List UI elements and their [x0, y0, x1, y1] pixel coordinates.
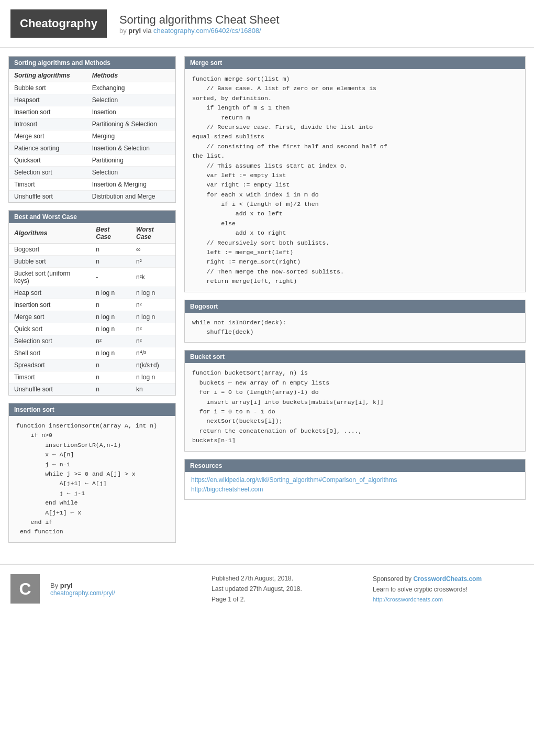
table-row: Bubble sort: [9, 256, 91, 268]
table-row: Partitioning: [87, 155, 175, 167]
table-row: n log n: [91, 311, 131, 323]
table-row: Quicksort: [9, 155, 87, 167]
bucket-sort-code: function bucketSort(array, n) is buckets…: [185, 363, 525, 451]
logo: Cheatography: [10, 9, 107, 38]
list-item[interactable]: https://en.wikipedia.org/wiki/Sorting_al…: [191, 476, 519, 484]
table-row: n²: [131, 256, 175, 268]
table-row: Shell sort: [9, 347, 91, 359]
merge-sort-title: Merge sort: [190, 59, 222, 67]
table-row: n(k/s+d): [131, 359, 175, 371]
bw-col2-header: Best Case: [91, 223, 131, 244]
footer: C By pryl cheatography.com/pryl/ Publish…: [0, 564, 534, 613]
footer-sponsor-line: Sponsored by CrosswordCheats.com: [373, 574, 524, 584]
footer-page: Page 1 of 2.: [212, 594, 362, 605]
table-row: n log n: [91, 323, 131, 335]
footer-sponsor-tagline: Learn to solve cryptic crosswords!: [373, 584, 524, 595]
col2-header: Methods: [87, 69, 175, 82]
table-row: Merge sort: [9, 130, 87, 143]
table-row: n: [91, 256, 131, 268]
table-row: Selection sort: [9, 167, 87, 179]
footer-sponsor: Sponsored by CrosswordCheats.com Learn t…: [373, 574, 524, 605]
sorting-algorithms-table: Sorting algorithms Methods Bubble sortEx…: [9, 69, 175, 202]
main-content: Sorting algorithms and Methods Sorting a…: [0, 48, 534, 558]
table-row: Bubble sort: [9, 82, 87, 94]
footer-author-url[interactable]: cheatography.com/pryl/: [50, 589, 201, 597]
merge-sort-section: Merge sort function merge_sort(list m) /…: [184, 56, 526, 292]
table-row: Insertion & Selection: [87, 143, 175, 155]
bogosort-section: Bogosort while not isInOrder(deck): shuf…: [184, 300, 526, 343]
table-row: Distribution and Merge: [87, 191, 175, 203]
footer-published: Published 27th August, 2018. Last update…: [212, 573, 362, 605]
resources-title: Resources: [190, 462, 222, 469]
list-item[interactable]: http://bigocheatsheet.com: [191, 486, 519, 493]
footer-logo: C: [10, 574, 40, 604]
table-row: Exchanging: [87, 82, 175, 94]
footer-by-label: By: [50, 582, 58, 589]
page-subtitle: by pryl via cheatography.com/66402/cs/16…: [119, 27, 280, 35]
table-row: n²k: [131, 268, 175, 287]
header-title: Sorting algorithms Cheat Sheet by pryl v…: [119, 13, 280, 35]
table-row: n: [91, 384, 131, 396]
table-row: n²: [131, 335, 175, 347]
table-row: Timsort: [9, 371, 91, 384]
table-row: n²: [131, 323, 175, 335]
footer-logo-letter: C: [19, 579, 31, 599]
bogosort-title: Bogosort: [190, 303, 218, 310]
table-row: -: [91, 268, 131, 287]
bw-col3-header: Worst Case: [131, 223, 175, 244]
table-row: n²: [91, 335, 131, 347]
col1-header: Sorting algorithms: [9, 69, 87, 82]
table-row: Unshuffle sort: [9, 191, 87, 203]
table-row: n log n: [91, 347, 131, 359]
header: Cheatography Sorting algorithms Cheat Sh…: [0, 0, 534, 48]
insertion-sort-code: function insertionSortR(array A, int n) …: [9, 416, 175, 542]
table-row: kn: [131, 384, 175, 396]
table-row: n log n: [131, 311, 175, 323]
bucket-sort-section: Bucket sort function bucketSort(array, n…: [184, 350, 526, 451]
table-row: Insertion & Merging: [87, 179, 175, 191]
table-row: Timsort: [9, 179, 87, 191]
table-row: n log n: [91, 287, 131, 299]
page-title: Sorting algorithms Cheat Sheet: [119, 13, 280, 27]
table-row: n²: [131, 299, 175, 311]
table-row: Insertion sort: [9, 299, 91, 311]
via-label: via: [143, 27, 152, 35]
insertion-sort-section: Insertion sort function insertionSortR(a…: [8, 403, 176, 543]
table-row: n: [91, 299, 131, 311]
bogosort-header: Bogosort: [185, 300, 525, 313]
table-row: n: [91, 371, 131, 384]
footer-by: By pryl cheatography.com/pryl/: [50, 582, 201, 597]
table-row: Merge sort: [9, 311, 91, 323]
best-worst-section: Best and Worst Case Algorithms Best Case…: [8, 210, 176, 396]
page-wrapper: Cheatography Sorting algorithms Cheat Sh…: [0, 0, 534, 756]
header-author: pryl: [128, 27, 141, 35]
table-row: Insertion sort: [9, 106, 87, 118]
table-row: Patience sorting: [9, 143, 87, 155]
table-row: ∞: [131, 244, 175, 256]
footer-sponsor-link[interactable]: CrosswordCheats.com: [413, 575, 482, 583]
sorting-algorithms-title: Sorting algorithms and Methods: [14, 59, 110, 67]
table-row: Heapsort: [9, 94, 87, 106]
footer-updated-date: Last updated 27th August, 2018.: [212, 584, 362, 594]
insertion-sort-title: Insertion sort: [14, 406, 54, 413]
resources-section: Resources https://en.wikipedia.org/wiki/…: [184, 459, 526, 500]
bucket-sort-title: Bucket sort: [190, 353, 225, 360]
table-row: Introsort: [9, 118, 87, 130]
merge-sort-header: Merge sort: [185, 57, 525, 69]
footer-author: pryl: [60, 582, 73, 589]
table-row: Selection: [87, 94, 175, 106]
table-row: Unshuffle sort: [9, 384, 91, 396]
merge-sort-code: function merge_sort(list m) // Base case…: [185, 69, 525, 292]
table-row: Partitioning & Selection: [87, 118, 175, 130]
table-row: Selection: [87, 167, 175, 179]
footer-author-line: By pryl: [50, 582, 201, 589]
table-row: n log n: [131, 371, 175, 384]
best-worst-title: Best and Worst Case: [14, 213, 77, 221]
table-row: n: [91, 244, 131, 256]
footer-published-date: Published 27th August, 2018.: [212, 573, 362, 584]
right-column: Merge sort function merge_sort(list m) /…: [184, 56, 526, 550]
header-url[interactable]: cheatography.com/66402/cs/16808/: [153, 27, 261, 35]
bogosort-code: while not isInOrder(deck): shuffle(deck): [185, 313, 525, 343]
best-worst-table: Algorithms Best Case Worst Case Bogosort…: [9, 223, 175, 395]
table-row: Spreadsort: [9, 359, 91, 371]
